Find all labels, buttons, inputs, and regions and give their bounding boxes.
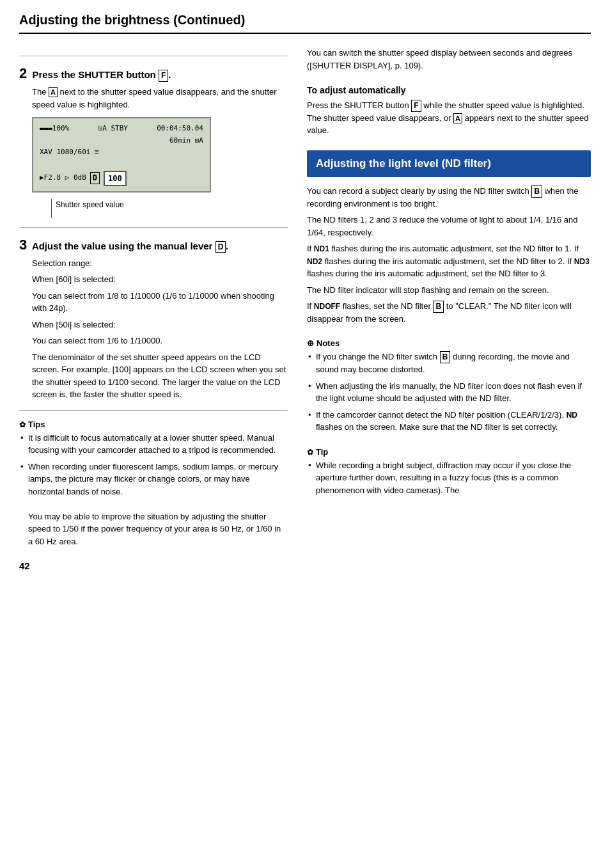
- notes-icon: [307, 338, 314, 348]
- note-item-1: If you change the ND filter switch B dur…: [307, 351, 591, 375]
- tips-icon: [19, 420, 26, 429]
- left-column: 2 Press the SHUTTER button F. The A next…: [19, 47, 288, 571]
- nd-body-1: You can record a subject clearly by usin…: [307, 185, 591, 210]
- step2-heading: Press the SHUTTER button: [32, 69, 155, 80]
- lcd-shutter-value: 100: [104, 171, 127, 186]
- page-title: Adjusting the brightness (Continued): [19, 13, 591, 34]
- auto-icon: A: [49, 87, 58, 97]
- lcd-time: 00:04:50.04: [157, 123, 203, 134]
- nd-filter-heading: Adjusting the light level (ND filter): [316, 157, 582, 171]
- nd-btn-b2: B: [433, 301, 444, 313]
- lcd-mode: ⊡A STBY: [98, 123, 128, 134]
- page-number: 42: [19, 560, 288, 571]
- shutter-button-label: F: [159, 70, 168, 82]
- manual-lever-label: D: [215, 241, 226, 253]
- lcd-time2: 60min ⊡A: [169, 136, 203, 146]
- right-tip-item-1: While recording a bright subject, diffra…: [307, 459, 591, 497]
- right-column: You can switch the shutter speed display…: [307, 47, 591, 571]
- to-adjust-auto-section: To adjust automatically Press the SHUTTE…: [307, 85, 591, 137]
- nd-body-2: The ND filters 1, 2 and 3 reduce the vol…: [307, 214, 591, 239]
- step-2: 2 Press the SHUTTER button F. The A next…: [19, 65, 288, 218]
- nd3-badge: ND3: [574, 257, 590, 266]
- right-tip-icon: [307, 447, 313, 457]
- lcd-battery: ▬▬▬100%: [40, 123, 69, 134]
- lcd-bottom-left: ▶F2.8 ▷ 0dB: [40, 173, 86, 184]
- to-adjust-btn-f: F: [411, 100, 421, 112]
- lcd-shutter-icon: D: [90, 172, 100, 184]
- nd2-badge: ND2: [307, 257, 322, 266]
- right-tip-list: While recording a bright subject, diffra…: [307, 459, 591, 497]
- tip-item-2: When recording under fluorescent lamps, …: [19, 461, 288, 548]
- nd-flashes-badge: ND: [567, 411, 577, 420]
- right-tip-section: Tip While recording a bright subject, di…: [307, 447, 591, 497]
- tips-list: It is difficult to focus automatically a…: [19, 432, 288, 548]
- tips-section: Tips It is difficult to focus automatica…: [19, 420, 288, 548]
- notes-section: Notes If you change the ND filter switch…: [307, 338, 591, 433]
- step-number-3: 3: [19, 237, 27, 253]
- notes-list: If you change the ND filter switch B dur…: [307, 351, 591, 433]
- step-number-2: 2: [19, 65, 27, 81]
- nd-body-3: If ND1 flashes during the iris automatic…: [307, 242, 591, 280]
- tip-item-1: It is difficult to focus automatically a…: [19, 432, 288, 457]
- nd-btn-b3: B: [440, 351, 451, 363]
- nd-body-4: The ND filter indicator will stop flashi…: [307, 284, 591, 297]
- nd-btn-b: B: [531, 185, 542, 198]
- to-adjust-auto-body: Press the SHUTTER button F while the shu…: [307, 99, 591, 137]
- tips-header: Tips: [19, 420, 288, 429]
- to-adjust-icon-a: A: [453, 113, 462, 123]
- note-item-2: When adjusting the iris manually, the ND…: [307, 380, 591, 405]
- nd1-badge: ND1: [314, 244, 329, 253]
- to-adjust-auto-heading: To adjust automatically: [307, 85, 591, 95]
- step-3: 3 Adjust the value using the manual leve…: [19, 237, 288, 401]
- lcd-resolution: XAV 1080/60i ≅: [40, 148, 99, 156]
- notes-header: Notes: [307, 338, 591, 348]
- lcd-display: ▬▬▬100% ⊡A STBY 00:04:50.04 60min ⊡A XAV…: [32, 117, 211, 193]
- nd-body-5: If NDOFF flashes, set the ND filter B to…: [307, 300, 591, 325]
- step3-heading: Adjust the value using the manual lever: [32, 241, 213, 251]
- note-item-3: If the camcorder cannot detect the ND fi…: [307, 409, 591, 434]
- ndoff-badge: NDOFF: [314, 302, 340, 311]
- shutter-display-note: You can switch the shutter speed display…: [307, 47, 591, 72]
- step3-body: Selection range: When [60i] is selected:…: [32, 257, 288, 401]
- lcd-caption: Shutter speed value: [51, 199, 288, 218]
- step2-body: The A next to the shutter speed value di…: [32, 86, 288, 111]
- nd-filter-box: Adjusting the light level (ND filter): [307, 150, 591, 177]
- right-tip-header: Tip: [307, 447, 591, 457]
